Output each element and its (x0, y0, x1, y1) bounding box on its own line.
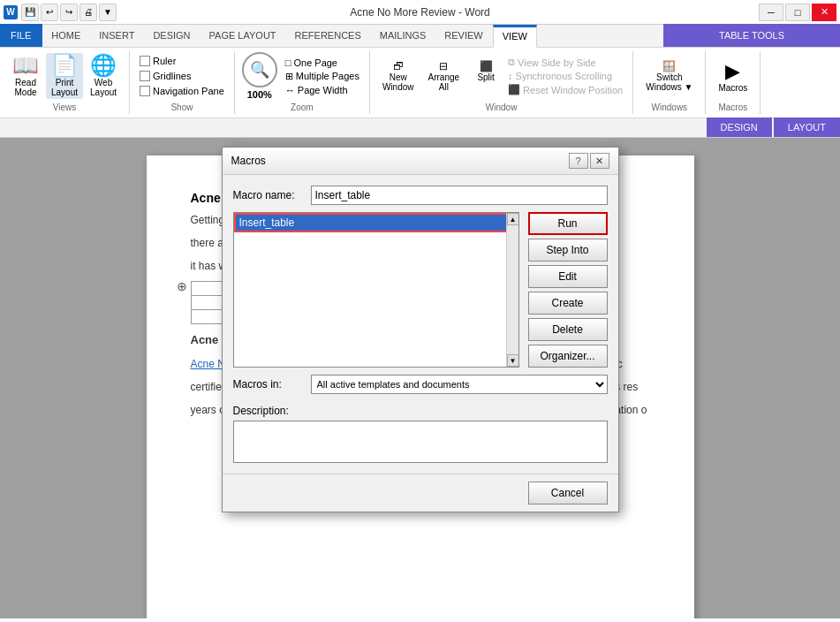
page-width-button[interactable]: ↔ Page Width (283, 84, 362, 96)
macro-list-item-selected[interactable]: Insert_table (234, 213, 518, 232)
minimize-button[interactable]: ─ (759, 4, 783, 21)
dialog-body: Macro name: Insert_table ▲ ▼ (223, 175, 618, 474)
ruler-checkbox[interactable]: Ruler (137, 55, 178, 67)
read-mode-icon: 📖 (12, 55, 39, 76)
macros-in-row: Macros in: All active templates and docu… (233, 375, 608, 394)
close-button[interactable]: ✕ (812, 4, 836, 21)
multiple-pages-button[interactable]: ⊞ Multiple Pages (283, 70, 362, 83)
tab-insert[interactable]: INSERT (90, 24, 144, 47)
macros-icon: ▶ (725, 60, 740, 83)
dialog-footer: Cancel (223, 474, 618, 512)
show-group-label: Show (170, 102, 193, 114)
save-tool[interactable]: 💾 (21, 4, 39, 21)
switch-windows-label: Switch (656, 72, 682, 82)
undo-tool[interactable]: ↩ (41, 4, 58, 21)
tab-design[interactable]: DESIGN (144, 24, 200, 47)
switch-windows-label2: Windows ▼ (646, 82, 692, 92)
cancel-button[interactable]: Cancel (528, 482, 608, 504)
read-mode-label2: Mode (14, 87, 36, 97)
tab-home[interactable]: HOME (42, 24, 90, 47)
tab-view[interactable]: VIEW (493, 25, 537, 48)
scroll-down-arrow[interactable]: ▼ (507, 354, 519, 367)
description-area[interactable] (233, 421, 608, 463)
print-preview-tool[interactable]: 🖨 (79, 4, 97, 21)
arrange-all-label2: All (439, 82, 449, 92)
delete-button[interactable]: Delete (528, 318, 608, 341)
macros-dialog: Macros ? ✕ Macro name: Insert_table (222, 147, 619, 512)
table-tools-label: TABLE TOOLS (719, 30, 784, 41)
synchronous-scrolling-button[interactable]: ↕ Synchronous Scrolling (505, 70, 625, 82)
ruler-check-icon (140, 56, 150, 66)
ribbon-tabs: FILE HOME INSERT DESIGN PAGE LAYOUT REFE… (0, 25, 840, 48)
macros-in-select-wrapper: All active templates and documents (311, 375, 608, 394)
zoom-button[interactable]: 🔍 (242, 52, 277, 87)
nav-pane-label: Navigation Pane (153, 86, 224, 96)
nav-pane-checkbox[interactable]: Navigation Pane (137, 85, 227, 97)
views-group-label: Views (53, 102, 77, 114)
ribbon-group-zoom: 🔍 100% □ One Page ⊞ Multiple Pages ↔ Pag… (235, 51, 370, 114)
window-buttons: 🗗 New Window ⊟ Arrange All ⬛ Split ⧉ Vie… (377, 51, 625, 101)
page-width-icon: ↔ (285, 85, 295, 95)
tab-review[interactable]: REVIEW (435, 24, 492, 47)
tab-references[interactable]: REFERENCES (286, 24, 371, 47)
gridlines-check-icon (140, 71, 150, 81)
read-mode-label: Read (15, 78, 36, 87)
new-window-label: New (390, 72, 407, 82)
nav-pane-check-icon (140, 86, 150, 96)
tab-table-design[interactable]: DESIGN (707, 118, 772, 137)
tab-page-layout[interactable]: PAGE LAYOUT (201, 24, 286, 47)
macros-button[interactable]: ▶ Macros (713, 58, 753, 95)
tab-table-layout[interactable]: LAYOUT (774, 118, 840, 137)
new-window-button[interactable]: 🗗 New Window (377, 58, 420, 94)
dialog-title-buttons: ? ✕ (569, 153, 609, 169)
switch-windows-button[interactable]: 🪟 Switch Windows ▼ (640, 58, 698, 94)
redo-tool[interactable]: ↪ (60, 4, 78, 21)
one-page-label: One Page (293, 57, 337, 68)
tab-file[interactable]: FILE (0, 24, 42, 47)
one-page-button[interactable]: □ One Page (283, 57, 362, 69)
dialog-overlay: Macros ? ✕ Macro name: Insert_table (0, 138, 840, 618)
arrange-all-button[interactable]: ⊟ Arrange All (423, 58, 465, 94)
step-into-button[interactable]: Step Into (528, 239, 608, 262)
macro-name-input[interactable] (311, 186, 608, 205)
macro-name-label: Macro name: (233, 189, 304, 201)
edit-button[interactable]: Edit (528, 265, 608, 288)
print-layout-button[interactable]: 📄 Print Layout (46, 53, 83, 99)
show-options: Ruler Gridlines Navigation Pane (137, 51, 227, 101)
window-main-buttons: 🗗 New Window ⊟ Arrange All ⬛ Split (377, 58, 503, 94)
web-layout-button[interactable]: 🌐 Web Layout (85, 53, 122, 99)
create-button[interactable]: Create (528, 292, 608, 315)
zoom-main: 🔍 100% (242, 52, 277, 100)
dialog-help-button[interactable]: ? (569, 153, 588, 169)
zoom-group-label: Zoom (291, 102, 314, 114)
gridlines-checkbox[interactable]: Gridlines (137, 70, 193, 82)
macros-label: Macros (718, 83, 747, 93)
multiple-pages-label: Multiple Pages (296, 71, 359, 81)
macros-group-label: Macros (718, 102, 747, 114)
run-button[interactable]: Run (528, 212, 608, 235)
scroll-up-arrow[interactable]: ▲ (507, 213, 519, 225)
table-tools-tab-row: DESIGN LAYOUT (0, 118, 840, 138)
read-mode-button[interactable]: 📖 Read Mode (7, 53, 44, 99)
switch-group-label: Windows (652, 102, 688, 114)
macros-in-select[interactable]: All active templates and documents (312, 375, 607, 393)
window-group-label: Window (486, 102, 518, 114)
maximize-button[interactable]: □ (785, 4, 810, 21)
customize-tool[interactable]: ▼ (99, 4, 117, 21)
dialog-close-button[interactable]: ✕ (590, 153, 609, 169)
gridlines-label: Gridlines (153, 71, 191, 81)
dialog-action-buttons: Run Step Into Edit Create Delete Organiz… (528, 212, 608, 368)
app-icon: W (4, 5, 18, 19)
dialog-title-bar: Macros ? ✕ (223, 148, 618, 175)
split-button[interactable]: ⬛ Split (468, 58, 503, 94)
arrange-all-label: Arrange (428, 72, 460, 82)
reset-window-position-button[interactable]: ⬛ Reset Window Position (505, 83, 625, 96)
view-side-by-side-button[interactable]: ⧉ View Side by Side (505, 56, 625, 69)
table-tools-tabs: DESIGN LAYOUT (707, 118, 840, 137)
organizer-button[interactable]: Organizer... (528, 345, 608, 368)
scroll-track (507, 225, 518, 354)
list-scrollbar: ▲ ▼ (506, 213, 518, 367)
tab-mailings[interactable]: MAILINGS (371, 24, 436, 47)
zoom-options: □ One Page ⊞ Multiple Pages ↔ Page Width (283, 57, 362, 96)
document-area: Acne No More Getting rid of acne is one … (0, 138, 840, 618)
